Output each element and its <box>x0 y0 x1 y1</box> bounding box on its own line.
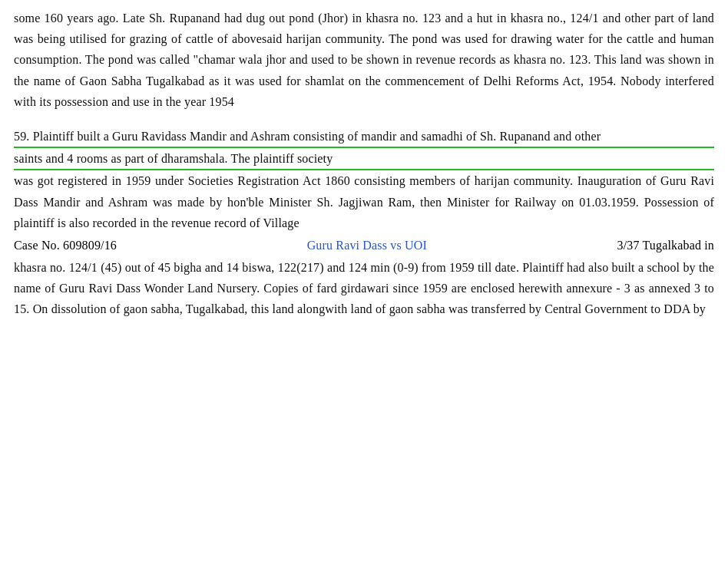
para-59-text-after: was got registered in 1959 under Societi… <box>14 174 714 229</box>
case-link[interactable]: Guru Ravi Dass vs UOI <box>307 235 427 256</box>
paragraph-1: some 160 years ago. Late Sh. Rupanand ha… <box>14 8 714 112</box>
para-number: 59. <box>14 130 29 143</box>
document-body: some 160 years ago. Late Sh. Rupanand ha… <box>14 8 714 320</box>
para-59-highlighted: saints and 4 rooms as part of dharamshal… <box>14 147 714 170</box>
case-line-row: Case No. 609809/16 Guru Ravi Dass vs UOI… <box>14 235 714 256</box>
para-59-text-final: khasra no. 124/1 (45) out of 45 bigha an… <box>14 261 714 315</box>
paragraph-59: 59. Plaintiff built a Guru Ravidass Mand… <box>14 126 714 320</box>
para-59-text-before: Plaintiff built a Guru Ravidass Mandir a… <box>29 130 601 143</box>
case-ref: 3/37 Tugalkabad in <box>617 235 714 256</box>
paragraph-1-text: some 160 years ago. Late Sh. Rupanand ha… <box>14 12 714 108</box>
case-number: Case No. 609809/16 <box>14 235 117 256</box>
